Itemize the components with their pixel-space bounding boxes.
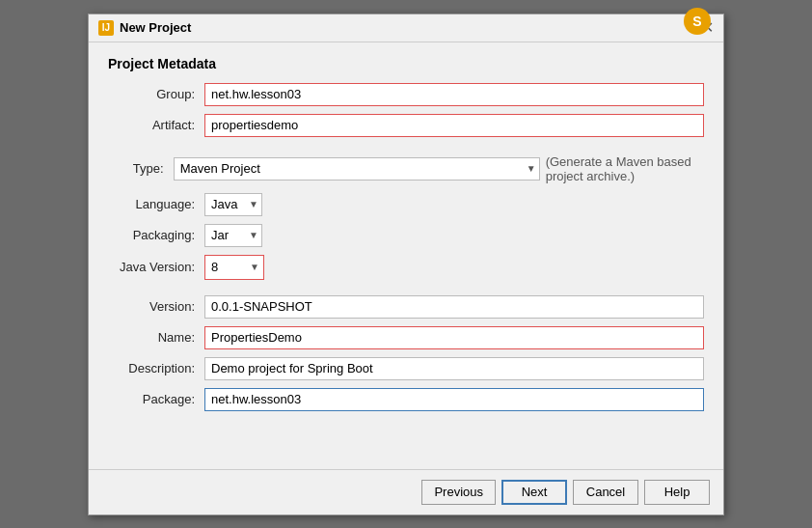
type-select[interactable]: Maven Project [174,157,540,181]
artifact-input[interactable] [204,114,704,137]
title-bar-left: IJ New Project [98,20,191,36]
package-input[interactable] [204,388,704,411]
artifact-row: Artifact: [108,114,704,137]
package-row: Package: [108,388,704,411]
section-title: Project Metadata [108,56,704,71]
help-button[interactable]: Help [644,480,710,505]
java-version-select[interactable]: 8 [205,256,263,279]
language-select[interactable]: Java [204,193,262,216]
name-label: Name: [108,330,204,345]
version-label: Version: [108,299,204,314]
dialog-body: Project Metadata Group: Artifact: Type: … [89,42,723,469]
artifact-label: Artifact: [108,118,204,132]
java-version-row: Java Version: 8 ▼ [108,255,704,280]
packaging-select[interactable]: Jar [204,224,262,247]
packaging-label: Packaging: [108,228,204,242]
version-input[interactable] [204,295,704,319]
description-input[interactable] [204,357,704,380]
type-select-wrapper: Maven Project ▼ [174,157,540,181]
packaging-row: Packaging: Jar ▼ [108,224,704,247]
description-label: Description: [108,361,204,375]
packaging-select-wrapper: Jar ▼ [204,224,262,247]
group-row: Group: [108,83,704,106]
title-bar: IJ New Project ✕ [89,14,723,42]
language-label: Language: [108,197,204,211]
package-label: Package: [108,392,204,406]
language-row: Language: Java ▼ [108,193,704,216]
java-version-select-wrapper: 8 ▼ [204,255,264,280]
group-label: Group: [108,87,204,101]
new-project-dialog: IJ New Project ✕ Project Metadata Group:… [88,14,724,515]
group-input[interactable] [204,83,704,106]
name-row: Name: [108,326,704,349]
name-input[interactable] [204,326,704,349]
dialog-footer: Previous Next Cancel Help [89,469,723,514]
app-icon: IJ [98,20,114,36]
type-label: Type: [108,161,174,176]
type-row: Type: Maven Project ▼ (Generate a Maven … [108,153,704,185]
language-select-wrapper: Java ▼ [204,193,262,216]
cancel-button[interactable]: Cancel [573,480,638,505]
version-row: Version: [108,295,704,319]
java-version-label: Java Version: [108,260,204,274]
next-button[interactable]: Next [501,480,567,505]
brand-icon: S [684,8,711,35]
description-row: Description: [108,357,704,380]
dialog-title: New Project [120,20,191,35]
previous-button[interactable]: Previous [421,480,496,505]
type-description: (Generate a Maven based project archive.… [540,153,704,185]
